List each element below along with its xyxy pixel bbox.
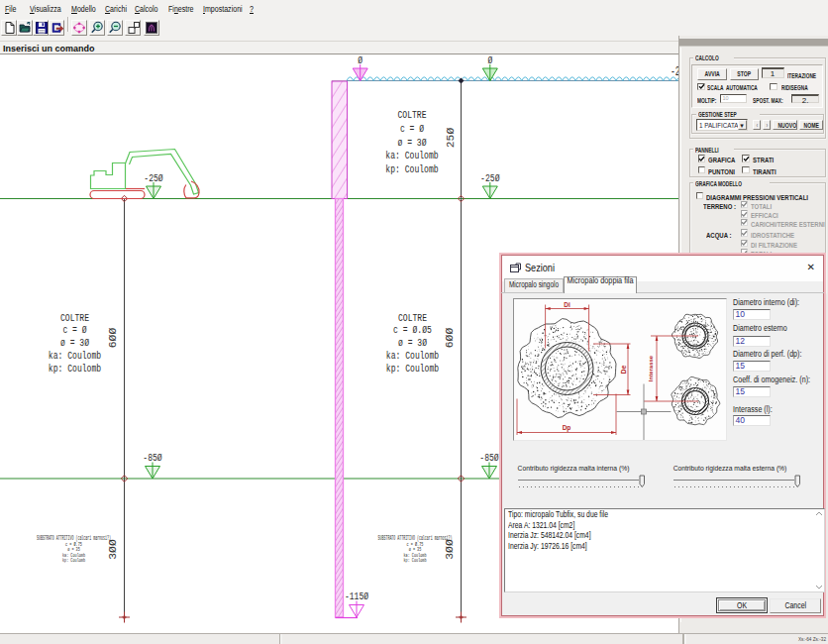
- svg-text:3ØØ: 3ØØ: [444, 539, 456, 560]
- svg-text:COLTRE: COLTRE: [397, 108, 426, 121]
- svg-text:c = Ø.Ø5: c = Ø.Ø5: [393, 323, 432, 336]
- svg-text:3ØØ: 3ØØ: [107, 539, 119, 560]
- svg-text:De: De: [619, 365, 626, 374]
- svg-text:-115Ø: -115Ø: [345, 590, 368, 602]
- svg-text:ka: Coulomb: ka: Coulomb: [49, 349, 101, 362]
- svg-text:ka: Coulomb: ka: Coulomb: [386, 349, 439, 362]
- svg-text:ø = 3Ø: ø = 3Ø: [397, 136, 426, 149]
- svg-text:COLTRE: COLTRE: [398, 311, 427, 324]
- svg-text:-25Ø: -25Ø: [480, 171, 499, 184]
- svg-text:COLTRE: COLTRE: [60, 311, 89, 324]
- svg-text:kp: Coulomb: kp: Coulomb: [385, 162, 438, 175]
- svg-text:6ØØ: 6ØØ: [444, 327, 456, 348]
- svg-text:Ø: Ø: [358, 54, 362, 66]
- svg-text:ka: Coulomb: ka: Coulomb: [385, 149, 438, 161]
- svg-text:-25Ø: -25Ø: [144, 171, 162, 184]
- svg-text:kp: Coulomb: kp: Coulomb: [403, 557, 426, 564]
- svg-text:6ØØ: 6ØØ: [107, 327, 119, 348]
- svg-text:c = Ø: c = Ø: [62, 323, 86, 336]
- svg-text:Interasse: Interasse: [647, 355, 653, 381]
- svg-text:ø = 3Ø: ø = 3Ø: [398, 336, 427, 349]
- svg-text:c = Ø: c = Ø: [400, 122, 424, 135]
- svg-text:Dp: Dp: [562, 424, 570, 432]
- svg-text:25Ø: 25Ø: [445, 127, 457, 148]
- svg-text:-85Ø: -85Ø: [479, 451, 498, 464]
- svg-text:Ø: Ø: [487, 54, 492, 66]
- svg-text:Di: Di: [564, 300, 570, 307]
- svg-text:ø = 3Ø: ø = 3Ø: [60, 336, 89, 349]
- svg-text:kp: Coulomb: kp: Coulomb: [49, 362, 101, 375]
- svg-text:kp: Coulomb: kp: Coulomb: [386, 362, 439, 375]
- svg-text:kp: Coulomb: kp: Coulomb: [62, 557, 85, 564]
- svg-text:-85Ø: -85Ø: [143, 451, 161, 464]
